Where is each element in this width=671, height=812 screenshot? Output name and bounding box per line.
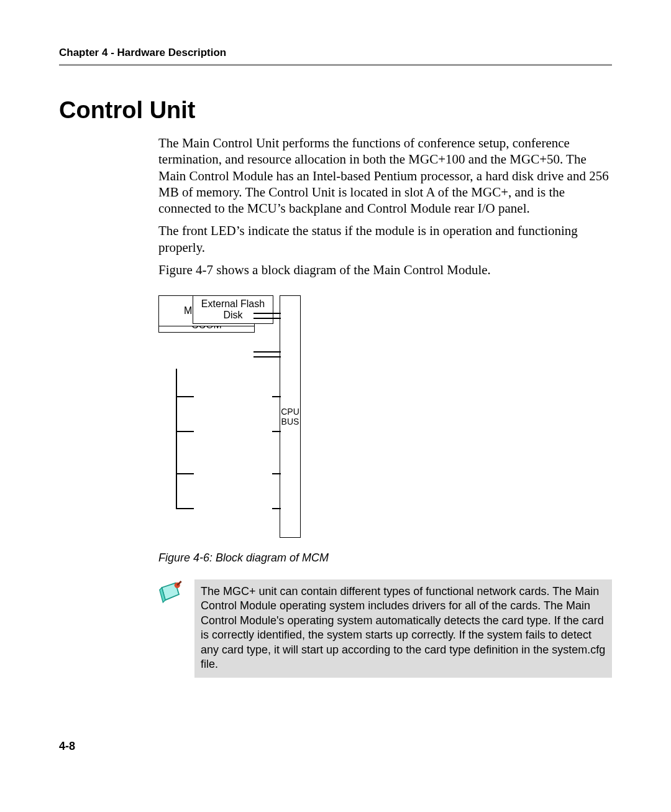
page-number: 4-8	[59, 740, 612, 753]
paragraph: Figure 4-7 shows a block diagram of the …	[158, 262, 612, 278]
diagram-connector	[176, 508, 194, 509]
note-text: The MGC+ unit can contain different type…	[194, 579, 612, 678]
diagram-connector	[176, 473, 194, 474]
section-title: Control Unit	[59, 97, 612, 124]
diagram-connector	[253, 351, 281, 353]
diagram-connector	[272, 431, 281, 432]
diagram-connector	[272, 396, 281, 397]
diagram-connector	[176, 431, 194, 432]
diagram-connector	[176, 369, 177, 508]
diagram-box-bus: CPU BUS	[280, 295, 301, 538]
header-rule	[59, 64, 612, 66]
diagram: Communications Controller, C8M, CCOM Mai…	[158, 295, 320, 544]
chapter-header: Chapter 4 - Hardware Description	[59, 47, 612, 59]
body-text: The Main Control Unit performs the funct…	[158, 135, 612, 278]
figure-caption: Figure 4-6: Block diagram of MCM	[158, 551, 612, 565]
diagram-connector	[253, 356, 281, 358]
figure-block-diagram: Communications Controller, C8M, CCOM Mai…	[158, 295, 612, 565]
paragraph: The front LED’s indicate the status if t…	[158, 223, 612, 256]
paragraph: The Main Control Unit performs the funct…	[158, 135, 612, 216]
diagram-connector	[272, 473, 281, 474]
diagram-connector	[253, 318, 281, 319]
diagram-box-flash: External Flash Disk	[193, 295, 273, 324]
diagram-connector	[176, 396, 194, 397]
diagram-connector	[253, 313, 281, 314]
pushpin-icon	[158, 579, 186, 611]
note-callout: The MGC+ unit can contain different type…	[158, 579, 612, 678]
diagram-connector	[272, 508, 281, 509]
